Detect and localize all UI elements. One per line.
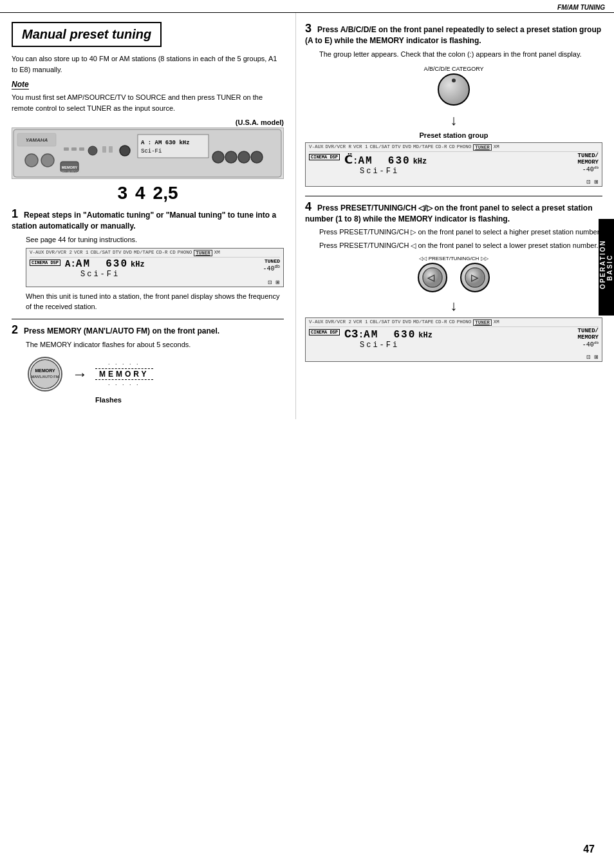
- us-model-label: (U.S.A. model): [12, 118, 284, 126]
- step-3-display-right: TUNED/MEMORY -40db ⊡ ⊞: [560, 153, 599, 184]
- page-header: FM/AM TUNING: [0, 0, 614, 13]
- device-step-labels: 3 4 2,5: [12, 183, 284, 203]
- section-title: Manual preset tuning: [12, 22, 162, 47]
- step-2-block: 2 Press MEMORY (MAN'L/AUTO FM) on the fr…: [12, 323, 284, 404]
- left-tuning-btn-group: ◁◁ PRESET/TUNING/CH ▷▷ ◁: [418, 256, 490, 292]
- svg-text:Sci-Fi: Sci-Fi: [141, 148, 162, 155]
- step-2-heading: Press MEMORY (MAN'L/AUTO FM) on the fron…: [24, 326, 219, 335]
- svg-text:YAMAHA: YAMAHA: [26, 137, 48, 143]
- step-label-4: 4: [135, 183, 145, 203]
- svg-point-18: [251, 151, 263, 163]
- step-2-header: 2 Press MEMORY (MAN'L/AUTO FM) on the fr…: [12, 323, 284, 337]
- svg-rect-5: [64, 147, 69, 151]
- arrow-icon: →: [72, 365, 88, 383]
- preset-tuning-row: ◁◁ PRESET/TUNING/CH ▷▷ ◁: [305, 256, 602, 292]
- step-3-header: 3 Press A/B/C/D/E on the front panel rep…: [305, 22, 602, 46]
- step-1-display-top: V-AUX DVR/VCR 2 VCR 1 CBL/SAT DTV DVD MD…: [30, 250, 280, 258]
- step-1-body2: When this unit is tuned into a station, …: [26, 291, 284, 312]
- step-3-number: 3: [305, 22, 312, 35]
- step-label-3: 3: [117, 183, 127, 203]
- step-1-heading: Repeat steps in "Automatic tuning" or "M…: [12, 211, 276, 231]
- svg-point-16: [225, 151, 237, 163]
- memory-button-icon: MEMORY MAN'L/AUTO FM: [26, 355, 64, 393]
- flash-dots-top: · · · · ·: [108, 361, 140, 367]
- tuning-right-button[interactable]: ▷: [460, 263, 490, 292]
- step-2-body: The MEMORY indicator flashes for about 5…: [26, 339, 284, 350]
- step-2-number: 2: [12, 323, 18, 336]
- left-column: Manual preset tuning You can also store …: [0, 13, 296, 419]
- svg-text:▷: ▷: [471, 272, 479, 283]
- svg-rect-7: [79, 147, 84, 151]
- flash-display: · · · · · MEMORY · · · · ·: [95, 361, 153, 388]
- device-diagram: YAMAHA A : AM 630 kHz Sci-Fi: [12, 127, 284, 179]
- svg-point-11: [120, 146, 130, 156]
- right-column: 3 Press A/B/C/D/E on the front panel rep…: [296, 13, 614, 419]
- step-4-display-right: TUNED/MEMORY -40db ⊡ ⊞: [560, 328, 599, 359]
- svg-rect-9: [102, 146, 106, 153]
- step-3-block: 3 Press A/B/C/D/E on the front panel rep…: [305, 22, 602, 187]
- svg-text:◁: ◁: [427, 272, 435, 283]
- step-4-block: 4 Press PRESET/TUNING/CH ◁/▷ on the fron…: [305, 200, 602, 362]
- step-1-display-right: TUNED -40db ⊡ ⊞: [248, 258, 280, 285]
- flash-dots-bottom: · · · · ·: [108, 381, 140, 388]
- note-box: Note You must first set AMP/SOURCE/TV to…: [12, 80, 284, 113]
- svg-point-8: [88, 146, 97, 155]
- step-4-display-top: V-AUX DVR/VCR 2 VCR 1 CBL/SAT DTV DVD MD…: [309, 319, 599, 327]
- svg-point-15: [212, 151, 224, 163]
- category-label: A/B/C/D/E CATEGORY: [423, 66, 483, 72]
- flash-memory-text: MEMORY: [95, 368, 153, 380]
- svg-point-24: [31, 360, 59, 388]
- svg-text:A : AM  630 kHz: A : AM 630 kHz: [141, 140, 190, 146]
- svg-point-4: [41, 154, 54, 167]
- step-3-display-top: V-AUX DVR/VCR R VCR 1 CBL/SAT DTV DVD MD…: [309, 144, 599, 152]
- svg-text:MAN'L/AUTO FM: MAN'L/AUTO FM: [59, 171, 81, 174]
- step-3-display: V-AUX DVR/VCR R VCR 1 CBL/SAT DTV DVD MD…: [305, 142, 602, 186]
- step-1-header: 1 Repeat steps in "Automatic tuning" or …: [12, 207, 284, 232]
- step-1-block: 1 Repeat steps in "Automatic tuning" or …: [12, 207, 284, 312]
- tuning-buttons: ◁ ▷: [418, 263, 490, 292]
- svg-text:MAN'L/AUTO FM: MAN'L/AUTO FM: [32, 375, 59, 379]
- step-1-number: 1: [12, 207, 18, 220]
- preset-group-label: Preset station group: [305, 131, 602, 139]
- step-3-body: The group letter appears. Check that the…: [319, 49, 602, 60]
- step-3-heading: Press A/B/C/D/E on the front panel repea…: [305, 25, 601, 45]
- step-4-body2: Press PRESET/TUNING/CH ◁ on the front pa…: [319, 240, 602, 251]
- down-arrow-2: ↓: [305, 297, 602, 314]
- down-arrow-1: ↓: [305, 112, 602, 129]
- step-4-body1: Press PRESET/TUNING/CH ▷ on the front pa…: [319, 227, 602, 238]
- step-4-number: 4: [305, 200, 312, 213]
- memory-flash-area: MEMORY MAN'L/AUTO FM → · · · · · MEMORY …: [26, 355, 284, 393]
- header-title: FM/AM TUNING: [557, 4, 605, 11]
- step-4-display: V-AUX DVR/VCR 2 VCR 1 CBL/SAT DTV DVD MD…: [305, 317, 602, 361]
- step-4-header: 4 Press PRESET/TUNING/CH ◁/▷ on the fron…: [305, 200, 602, 225]
- note-title: Note: [12, 80, 29, 90]
- sidebar-operation-label: BASIC OPERATION: [599, 219, 614, 316]
- svg-text:MEMORY: MEMORY: [62, 165, 78, 169]
- category-knob-area: A/B/C/D/E CATEGORY: [305, 66, 602, 106]
- step-1-body: See page 44 for tuning instructions.: [26, 234, 284, 245]
- category-knob[interactable]: [438, 73, 470, 106]
- svg-rect-6: [71, 147, 77, 151]
- note-text: You must first set AMP/SOURCE/TV to SOUR…: [12, 92, 284, 113]
- svg-point-3: [25, 154, 38, 167]
- step-4-heading: Press PRESET/TUNING/CH ◁/▷ on the front …: [305, 203, 593, 223]
- svg-point-17: [238, 151, 250, 163]
- page-number: 47: [583, 844, 595, 855]
- svg-rect-10: [109, 146, 113, 153]
- memory-button-svg: MEMORY MAN'L/AUTO FM: [26, 355, 64, 393]
- tuning-left-button[interactable]: ◁: [418, 263, 447, 292]
- svg-text:MEMORY: MEMORY: [35, 368, 55, 373]
- section-description: You can also store up to 40 FM or AM sta…: [12, 53, 284, 75]
- step-1-display: V-AUX DVR/VCR 2 VCR 1 CBL/SAT DTV DVD MD…: [26, 248, 284, 287]
- device-svg: YAMAHA A : AM 630 kHz Sci-Fi: [12, 128, 283, 178]
- divider-1: [12, 319, 284, 319]
- divider-2: [305, 196, 602, 196]
- tuning-label-left: ◁◁ PRESET/TUNING/CH ▷▷: [419, 256, 488, 261]
- knob-indicator: [452, 79, 456, 82]
- flash-label: Flashes: [95, 396, 284, 404]
- step-label-25: 2,5: [153, 183, 178, 203]
